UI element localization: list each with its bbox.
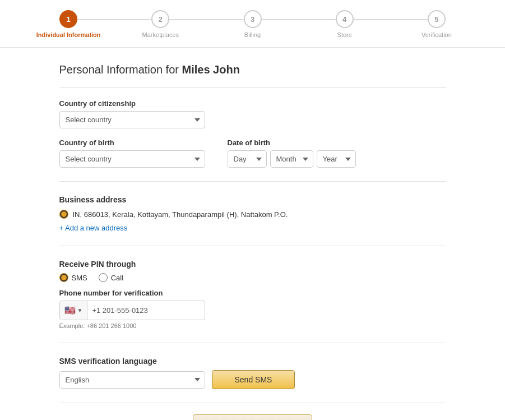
title-divider <box>59 87 446 88</box>
dob-year-select[interactable]: Year <box>317 150 356 168</box>
main-content: Personal Information for Miles John Coun… <box>48 48 457 420</box>
add-address-link[interactable]: + Add a new address <box>59 224 128 232</box>
address-title: Business address <box>59 195 446 204</box>
step-circle-4: 4 <box>336 10 354 28</box>
step-circle-2: 2 <box>151 10 169 28</box>
phone-label: Phone number for verification <box>59 289 446 297</box>
dob-label: Date of birth <box>228 139 356 147</box>
step-5: 5 Verification <box>391 10 483 38</box>
step-label-4: Store <box>337 31 352 38</box>
birth-country-label: Country of birth <box>59 139 205 147</box>
step-circle-5: 5 <box>428 10 446 28</box>
flag-emoji: 🇺🇸 <box>64 305 76 316</box>
birth-country-field: Country of birth Select country <box>59 139 205 168</box>
phone-input-row[interactable]: 🇺🇸 ▼ <box>59 301 205 320</box>
step-2: 2 Marketplaces <box>114 10 206 38</box>
sms-section: SMS verification language English Send S… <box>59 357 446 389</box>
page-title-name: Miles John <box>182 63 240 76</box>
sms-row: English Send SMS <box>59 370 446 389</box>
step-1: 1 Individual Information <box>22 10 114 38</box>
next-button[interactable]: Next <box>193 414 312 420</box>
birth-country-select[interactable]: Select country <box>59 150 205 168</box>
stepper: 1 Individual Information 2 Marketplaces … <box>0 0 505 48</box>
pin-options: SMS Call <box>59 273 446 282</box>
phone-dropdown-arrow: ▼ <box>77 307 83 313</box>
dob-field: Date of birth Day Month Year <box>228 139 356 168</box>
birth-row: Country of birth Select country Date of … <box>59 139 446 168</box>
step-label-1: Individual Information <box>36 31 101 38</box>
address-text: IN, 686013, Kerala, Kottayam, Thundapara… <box>73 210 288 219</box>
address-section: Business address IN, 686013, Kerala, Kot… <box>59 195 446 246</box>
citizenship-label: Country of citizenship <box>59 99 446 108</box>
address-radio-row: IN, 686013, Kerala, Kottayam, Thundapara… <box>59 210 446 219</box>
page-title-prefix: Personal Information for <box>59 63 182 76</box>
step-label-5: Verification <box>421 31 452 38</box>
pin-call-label: Call <box>111 274 123 282</box>
pin-title: Receive PIN through <box>59 260 446 269</box>
send-sms-button[interactable]: Send SMS <box>212 370 295 389</box>
step-label-2: Marketplaces <box>142 31 179 38</box>
pin-call-option[interactable]: Call <box>99 273 123 282</box>
step-circle-3: 3 <box>244 10 262 28</box>
pin-section: Receive PIN through SMS Call Phone numbe… <box>59 260 446 343</box>
step-label-3: Billing <box>244 31 261 38</box>
address-radio[interactable] <box>59 210 68 219</box>
sms-language-select[interactable]: English <box>59 371 205 389</box>
pin-sms-option[interactable]: SMS <box>59 273 87 282</box>
citizenship-select[interactable]: Select country <box>59 111 205 128</box>
bottom-section: Next <box>59 403 446 420</box>
phone-input[interactable] <box>87 302 204 319</box>
phone-flag[interactable]: 🇺🇸 ▼ <box>60 301 88 320</box>
step-4: 4 Store <box>299 10 391 38</box>
sms-language-title: SMS verification language <box>59 357 446 366</box>
citizenship-birth-section: Country of citizenship Select country Co… <box>59 99 446 182</box>
step-circle-1: 1 <box>59 10 77 28</box>
phone-example: Example: +86 201 266 1000 <box>59 322 446 329</box>
page-title: Personal Information for Miles John <box>59 63 446 76</box>
step-3: 3 Billing <box>206 10 298 38</box>
pin-sms-label: SMS <box>72 274 87 282</box>
sms-select-wrap: English <box>59 371 205 389</box>
pin-call-radio[interactable] <box>99 273 108 282</box>
dob-month-select[interactable]: Month <box>270 150 313 168</box>
dob-day-select[interactable]: Day <box>228 150 267 168</box>
dob-selects: Day Month Year <box>228 150 356 168</box>
pin-sms-radio[interactable] <box>59 273 68 282</box>
